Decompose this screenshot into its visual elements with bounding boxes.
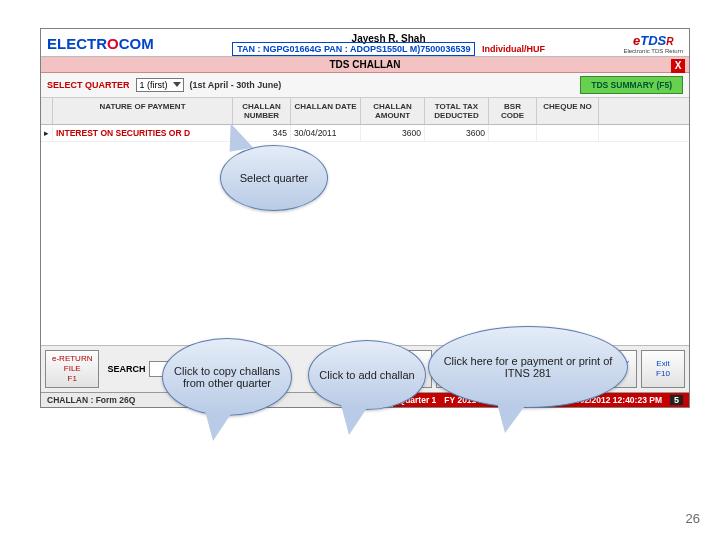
brand-part-a: ELECTR	[47, 35, 107, 52]
brand-part-c: COM	[119, 35, 154, 52]
etds-logo: eTDSR	[623, 33, 683, 48]
col-marker	[41, 98, 53, 124]
callout-text-2: Click to copy challans from other quarte…	[173, 365, 281, 389]
col-cheque: CHEQUE NO	[537, 98, 599, 124]
callout-text-3: Click to add challan	[319, 369, 414, 381]
brand-logo: ELECTROCOM	[47, 35, 154, 52]
select-quarter-label: SELECT QUARTER	[47, 80, 130, 90]
tan-pan-line: TAN : NGPG01664G PAN : ADOPS1550L M)7500…	[232, 42, 475, 56]
ereturn-b: FILE	[64, 364, 81, 374]
search-label: SEARCH	[107, 364, 145, 374]
callout-copy-challans: Click to copy challans from other quarte…	[162, 338, 292, 416]
status-badge: 5	[670, 395, 683, 405]
page-title: TDS CHALLAN	[329, 59, 400, 70]
row-cheque	[537, 125, 599, 141]
grid-body: ▸ INTEREST ON SECURITIES OR D 345 30/04/…	[41, 125, 689, 345]
etds-b: TDS	[640, 33, 666, 48]
table-row[interactable]: ▸ INTEREST ON SECURITIES OR D 345 30/04/…	[41, 125, 689, 142]
etds-c: R	[666, 36, 673, 47]
row-tax-deducted: 3600	[425, 125, 489, 141]
close-button[interactable]: X	[671, 59, 685, 73]
ereturn-button[interactable]: e-RETURN FILE F1	[45, 350, 99, 388]
row-bsr	[489, 125, 537, 141]
ereturn-a: e-RETURN	[52, 354, 92, 364]
col-tax-deducted: TOTAL TAX DEDUCTED	[425, 98, 489, 124]
row-marker: ▸	[41, 125, 53, 141]
exit-b: F10	[656, 369, 670, 379]
col-bsr: BSR CODE	[489, 98, 537, 124]
row-challan-amt: 3600	[361, 125, 425, 141]
grid-header: NATURE OF PAYMENT CHALLAN NUMBER CHALLAN…	[41, 98, 689, 125]
ereturn-c: F1	[68, 374, 77, 384]
title-bar: TDS CHALLAN X	[41, 57, 689, 73]
callout-text-1: Select quarter	[240, 172, 308, 184]
quarter-select[interactable]: 1 (first)	[136, 78, 184, 92]
app-header: ELECTROCOM Jayesh R. Shah TAN : NGPG0166…	[41, 29, 689, 57]
quarter-range: (1st April - 30th June)	[190, 80, 282, 90]
col-challan-no: CHALLAN NUMBER	[233, 98, 291, 124]
assessee-category: Individual/HUF	[482, 44, 545, 54]
col-challan-date: CHALLAN DATE	[291, 98, 361, 124]
quarter-row: SELECT QUARTER 1 (first) (1st April - 30…	[41, 73, 689, 98]
col-nature: NATURE OF PAYMENT	[53, 98, 233, 124]
callout-text-4: Click here for e payment or print of ITN…	[439, 355, 617, 379]
callout-itns-281: Click here for e payment or print of ITN…	[428, 326, 628, 408]
quarter-value: 1 (first)	[140, 80, 168, 90]
callout-add-challan: Click to add challan	[308, 340, 426, 410]
slide-number: 26	[686, 511, 700, 526]
col-challan-amt: CHALLAN AMOUNT	[361, 98, 425, 124]
row-challan-date: 30/04/2011	[291, 125, 361, 141]
callout-select-quarter: Select quarter	[220, 145, 328, 211]
row-nature: INTEREST ON SECURITIES OR D	[53, 125, 233, 141]
tds-summary-button[interactable]: TDS SUMMARY (F5)	[580, 76, 683, 94]
brand-part-b: O	[107, 35, 119, 52]
exit-a: Exit	[656, 359, 669, 369]
exit-button[interactable]: Exit F10	[641, 350, 685, 388]
etds-sub: Electronic TDS Return	[623, 48, 683, 54]
